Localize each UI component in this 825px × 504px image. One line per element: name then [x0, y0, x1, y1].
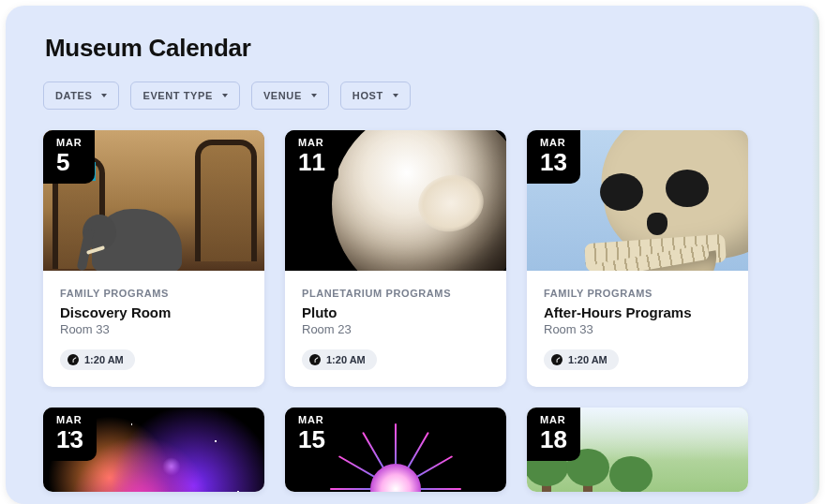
event-card[interactable]: MAR 13 FAMILY PROGRAMS After-Hours Progr… [527, 130, 748, 387]
date-month: MAR [56, 415, 83, 425]
filter-dates[interactable]: DATES [43, 82, 119, 110]
event-card[interactable]: MAR 5 FAMILY PROGRAMS Discovery Room Roo… [43, 130, 264, 387]
event-room: Room 23 [302, 322, 489, 336]
date-badge: MAR 5 [43, 130, 95, 184]
event-image: MAR 13 [43, 408, 264, 492]
event-title: After-Hours Programs [544, 304, 731, 320]
event-category: FAMILY PROGRAMS [544, 288, 731, 299]
page-title: Museum Calendar [45, 34, 802, 63]
date-day: 11 [298, 150, 325, 174]
clock-icon [551, 354, 562, 365]
filter-label: EVENT TYPE [142, 90, 212, 101]
event-title: Discovery Room [60, 304, 248, 320]
date-day: 5 [56, 150, 82, 174]
chevron-down-icon [222, 94, 228, 97]
filter-venue[interactable]: VENUE [251, 82, 329, 110]
event-image: MAR 13 [527, 130, 748, 271]
date-day: 13 [540, 150, 567, 174]
event-time-pill: 1:20 AM [302, 349, 377, 370]
event-image: MAR 11 [285, 130, 506, 271]
date-day: 15 [298, 427, 325, 452]
event-body: FAMILY PROGRAMS After-Hours Programs Roo… [527, 271, 748, 387]
event-body: FAMILY PROGRAMS Discovery Room Room 33 1… [43, 271, 264, 387]
event-image: MAR 15 [285, 408, 506, 492]
calendar-panel: Museum Calendar DATES EVENT TYPE VENUE H… [6, 6, 819, 504]
event-time: 1:20 AM [326, 354, 366, 365]
event-card[interactable]: MAR 11 PLANETARIUM PROGRAMS Pluto Room 2… [285, 130, 506, 387]
event-category: PLANETARIUM PROGRAMS [302, 288, 489, 299]
event-card[interactable]: MAR 15 [285, 408, 506, 492]
clock-icon [68, 354, 79, 365]
date-month: MAR [298, 138, 325, 148]
filter-label: HOST [352, 90, 383, 101]
filter-label: DATES [55, 90, 92, 101]
clock-icon [309, 354, 321, 365]
event-room: Room 33 [60, 322, 248, 336]
event-card[interactable]: MAR 18 [527, 408, 748, 492]
chevron-down-icon [101, 94, 107, 97]
date-badge: MAR 18 [527, 408, 580, 461]
event-time-pill: 1:20 AM [60, 349, 135, 370]
date-badge: MAR 11 [285, 130, 338, 184]
chevron-down-icon [393, 94, 398, 97]
event-category: FAMILY PROGRAMS [60, 288, 248, 299]
date-month: MAR [56, 138, 82, 148]
event-image: MAR 18 [527, 408, 748, 492]
filter-event-type[interactable]: EVENT TYPE [130, 82, 239, 110]
event-body: PLANETARIUM PROGRAMS Pluto Room 23 1:20 … [285, 271, 506, 387]
event-card[interactable]: MAR 13 [43, 408, 264, 492]
date-day: 13 [56, 427, 83, 452]
date-badge: MAR 13 [527, 130, 580, 184]
date-badge: MAR 15 [285, 408, 338, 461]
event-room: Room 33 [544, 322, 731, 336]
event-time-pill: 1:20 AM [544, 349, 619, 370]
date-month: MAR [298, 415, 325, 425]
date-month: MAR [540, 138, 567, 148]
filter-host[interactable]: HOST [340, 82, 411, 110]
filter-label: VENUE [263, 90, 302, 101]
date-badge: MAR 13 [43, 408, 97, 461]
event-time: 1:20 AM [84, 354, 124, 365]
event-grid: MAR 5 FAMILY PROGRAMS Discovery Room Roo… [43, 130, 802, 492]
filter-row: DATES EVENT TYPE VENUE HOST [43, 82, 802, 110]
event-title: Pluto [302, 304, 489, 320]
date-day: 18 [540, 427, 567, 452]
event-time: 1:20 AM [568, 354, 608, 365]
date-month: MAR [540, 415, 567, 425]
event-image: MAR 5 [43, 130, 264, 271]
chevron-down-icon [311, 94, 317, 97]
